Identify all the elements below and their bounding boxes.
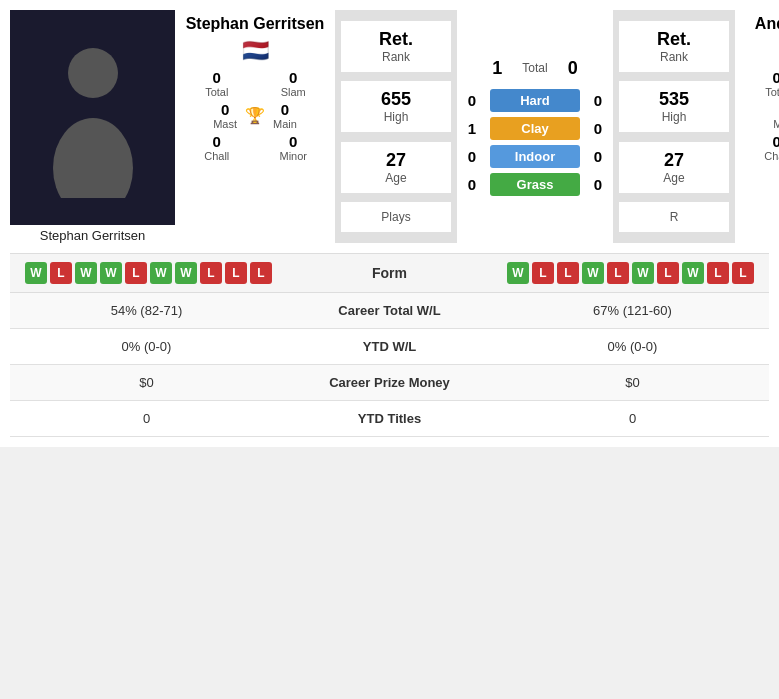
right-total-stat: 0 Total [740, 69, 779, 98]
stat-label: YTD Titles [268, 411, 511, 426]
stat-left-value: 54% (82-71) [25, 303, 268, 318]
stat-right-value: 0 [511, 411, 754, 426]
form-badge-l: L [250, 262, 272, 284]
left-bottom-stats-grid: 0 Chall 0 Minor [180, 133, 330, 162]
right-stats-grid: 0 Total 0 Slam [740, 69, 779, 98]
right-mast-stat: 0 Mast [773, 101, 779, 130]
form-badge-w: W [25, 262, 47, 284]
stat-row: 54% (82-71) Career Total W/L 67% (121-60… [10, 293, 769, 329]
left-total-stat: 0 Total [180, 69, 254, 98]
stat-row: 0 YTD Titles 0 [10, 401, 769, 437]
left-mast-value: 0 [213, 101, 237, 118]
grass-left-score: 0 [462, 176, 482, 193]
left-slam-label: Slam [257, 86, 331, 98]
stat-left-value: 0% (0-0) [25, 339, 268, 354]
center-col: 1 Total 0 0 Hard 0 1 Clay 0 0 Indoor 0 0 [457, 10, 613, 243]
left-main-value: 0 [273, 101, 297, 118]
total-left: 1 [492, 58, 502, 79]
main-container: Stephan Gerritsen Stephan Gerritsen 🇳🇱 0… [0, 0, 779, 447]
total-right: 0 [568, 58, 578, 79]
left-player-stats: Stephan Gerritsen 🇳🇱 0 Total 0 Slam 0 Ma… [175, 10, 335, 243]
left-player-name-below: Stephan Gerritsen [40, 228, 146, 243]
grass-right-score: 0 [588, 176, 608, 193]
right-rank-label: Rank [631, 50, 717, 64]
form-badge-w: W [632, 262, 654, 284]
form-badge-l: L [50, 262, 72, 284]
left-player-photo-block: Stephan Gerritsen [10, 10, 175, 243]
stat-row: $0 Career Prize Money $0 [10, 365, 769, 401]
right-chall-label: Chall [740, 150, 779, 162]
form-badge-l: L [732, 262, 754, 284]
right-high-box: 535 High [619, 81, 729, 132]
left-middle-card: Ret. Rank 655 High 27 Age Plays [335, 10, 457, 243]
left-rank-label: Rank [353, 50, 439, 64]
form-badge-l: L [707, 262, 729, 284]
left-rank-box: Ret. Rank [341, 21, 451, 72]
left-rank-value: Ret. [353, 29, 439, 50]
left-mast-label: Mast [213, 118, 237, 130]
stat-label: YTD W/L [268, 339, 511, 354]
right-high-label: High [631, 110, 717, 124]
form-badge-w: W [150, 262, 172, 284]
total-row: 1 Total 0 [492, 58, 577, 79]
indoor-left-score: 0 [462, 148, 482, 165]
stats-rows: 54% (82-71) Career Total W/L 67% (121-60… [10, 293, 769, 437]
right-plays-box: R [619, 202, 729, 232]
clay-badge: Clay [490, 117, 580, 140]
left-age-label: Age [353, 171, 439, 185]
left-slam-stat: 0 Slam [257, 69, 331, 98]
left-player-photo [10, 10, 175, 225]
right-form-badges: WLLWLWLWLL [507, 262, 754, 284]
left-minor-value: 0 [257, 133, 331, 150]
stat-left-value: $0 [25, 375, 268, 390]
clay-left-score: 1 [462, 120, 482, 137]
form-label: Form [372, 265, 407, 281]
left-age-box: 27 Age [341, 142, 451, 193]
stat-row: 0% (0-0) YTD W/L 0% (0-0) [10, 329, 769, 365]
right-age-value: 27 [631, 150, 717, 171]
left-chall-value: 0 [180, 133, 254, 150]
hard-left-score: 0 [462, 92, 482, 109]
right-rank-value: Ret. [631, 29, 717, 50]
left-minor-stat: 0 Minor [257, 133, 331, 162]
left-main-stat: 0 Main [273, 101, 297, 130]
form-badge-w: W [582, 262, 604, 284]
form-badge-l: L [557, 262, 579, 284]
form-badge-l: L [125, 262, 147, 284]
left-chall-stat: 0 Chall [180, 133, 254, 162]
left-age-value: 27 [353, 150, 439, 171]
clay-row: 1 Clay 0 [462, 117, 608, 140]
stat-right-value: 67% (121-60) [511, 303, 754, 318]
right-middle-card: Ret. Rank 535 High 27 Age R [613, 10, 735, 243]
stat-label: Career Total W/L [268, 303, 511, 318]
form-badge-w: W [75, 262, 97, 284]
form-badge-w: W [100, 262, 122, 284]
total-label: Total [522, 61, 547, 75]
right-plays-label: R [631, 210, 717, 224]
form-badge-l: L [225, 262, 247, 284]
form-badge-l: L [200, 262, 222, 284]
grass-row: 0 Grass 0 [462, 173, 608, 196]
left-trophy-row: 0 Mast 🏆 0 Main [180, 101, 330, 130]
left-high-label: High [353, 110, 439, 124]
left-silhouette-icon [43, 38, 143, 198]
form-badge-w: W [507, 262, 529, 284]
left-slam-value: 0 [257, 69, 331, 86]
left-chall-label: Chall [180, 150, 254, 162]
right-mast-label: Mast [773, 118, 779, 130]
right-trophy-row: 0 Mast 🏆 0 Main [740, 101, 779, 130]
right-bottom-stats-grid: 0 Chall 0 Minor [740, 133, 779, 162]
form-badge-l: L [607, 262, 629, 284]
left-high-value: 655 [353, 89, 439, 110]
form-row: WLWWLWWLLL Form WLLWLWLWLL [10, 254, 769, 293]
hard-badge: Hard [490, 89, 580, 112]
right-total-value: 0 [740, 69, 779, 86]
hard-right-score: 0 [588, 92, 608, 109]
form-badge-w: W [682, 262, 704, 284]
right-chall-stat: 0 Chall [740, 133, 779, 162]
left-mast-stat: 0 Mast [213, 101, 237, 130]
svg-point-1 [53, 118, 133, 198]
form-badge-l: L [657, 262, 679, 284]
stat-left-value: 0 [25, 411, 268, 426]
stat-right-value: $0 [511, 375, 754, 390]
